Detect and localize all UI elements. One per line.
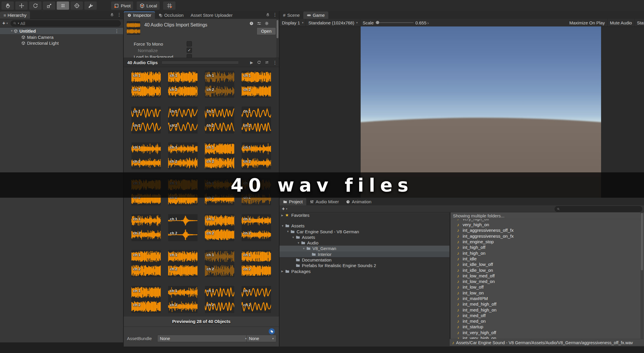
presets-icon[interactable] <box>257 21 261 26</box>
file-item-int_high_off[interactable]: ♪int_high_off <box>451 244 644 250</box>
file-item-int_med_high_off[interactable]: ♪int_med_high_off <box>451 301 644 307</box>
file-item-int_engine_stop[interactable]: ♪int_engine_stop <box>451 239 644 244</box>
rotate-tool-button[interactable] <box>29 1 41 10</box>
audio-clip-tile[interactable]: ch 1ch 2 <box>131 71 161 98</box>
file-item-int_idle_low_off[interactable]: ♪int_idle_low_off <box>451 262 644 267</box>
audio-clip-tile[interactable]: ch 1ch 2 <box>205 214 234 241</box>
asset-labels-button[interactable] <box>269 328 275 334</box>
add-object-caret-icon[interactable]: ▾ <box>6 22 8 25</box>
fold-arrow-icon[interactable]: ▼ <box>302 247 305 250</box>
fold-arrow-icon[interactable]: ▼ <box>287 230 289 233</box>
file-item-int_startup[interactable]: ♪int_startup <box>451 324 644 329</box>
display-dropdown[interactable]: Display 1 <box>282 20 300 25</box>
rect-tool-button[interactable] <box>57 1 69 10</box>
tree-item-car-engine-sound-v8-german[interactable]: ▼Car Engine Sound - V8 German <box>280 229 449 234</box>
audio-clip-tile[interactable]: ch 1ch 2 <box>205 71 234 98</box>
lock-icon[interactable] <box>110 13 114 17</box>
tree-item-audio[interactable]: ▼Audio <box>280 240 449 246</box>
file-item-very_high_on[interactable]: ♪very_high_on <box>451 222 644 227</box>
file-item-int_low_med_off[interactable]: ♪int_low_med_off <box>451 273 644 279</box>
file-item-int_very_high_off[interactable]: ♪int_very_high_off <box>451 330 644 335</box>
hand-tool-button[interactable] <box>1 1 14 10</box>
tree-item-favorites[interactable]: ▶★Favorites <box>280 212 449 218</box>
audio-clip-tile[interactable]: ch 1ch 2 <box>205 106 234 134</box>
audio-clip-tile[interactable]: ch 1ch 2 <box>242 286 271 313</box>
file-item-int_very_high_on[interactable]: ♪int_very_high_on <box>451 335 644 339</box>
scale-slider-knob[interactable] <box>376 21 379 24</box>
hierarchy-item-main-camera[interactable]: Main Camera <box>0 34 123 40</box>
local-toggle-button[interactable]: Local <box>137 1 160 10</box>
tree-item-packages[interactable]: ▶Packages <box>280 269 449 274</box>
fold-arrow-icon[interactable]: ▶ <box>281 270 283 273</box>
assetbundle-main-dropdown[interactable]: None ▾ <box>157 335 249 342</box>
tree-item-documentation[interactable]: Documentation <box>280 257 449 263</box>
audio-clip-tile[interactable]: ch 1ch 2 <box>168 286 198 313</box>
shuffle-icon[interactable] <box>265 60 269 64</box>
scrollbar-thumb[interactable] <box>641 213 643 270</box>
create-asset-caret-icon[interactable]: ▾ <box>286 207 287 210</box>
tab-audio-mixer[interactable]: Audio Mixer <box>306 198 342 205</box>
inspector-scrollbar[interactable] <box>276 19 279 58</box>
scene-row-untitled[interactable]: ▼ Untitled ⋮ <box>0 28 123 34</box>
fold-arrow-icon[interactable]: ▼ <box>281 224 284 227</box>
lock-icon[interactable] <box>266 13 270 17</box>
file-item-int_maxRPM[interactable]: ♪int_maxRPM <box>451 296 644 301</box>
fold-arrow-icon[interactable]: ▶ <box>281 214 283 217</box>
preview-scrubber[interactable] <box>162 61 238 64</box>
audio-clip-tile[interactable]: ch 1ch 2 <box>131 214 161 241</box>
audio-clip-tile[interactable]: ch 1ch 2 <box>168 142 198 169</box>
audio-clip-tile[interactable]: ch 1ch 2 <box>205 286 234 313</box>
audio-clip-tile[interactable]: ch 1ch 2 <box>168 71 198 98</box>
file-item-int_idle[interactable]: ♪int_idle <box>451 256 644 262</box>
pivot-toggle-button[interactable]: Pivot <box>111 1 133 10</box>
move-tool-button[interactable] <box>15 1 28 10</box>
gear-icon[interactable] <box>265 21 269 26</box>
tab-animation[interactable]: Animation <box>342 198 375 205</box>
audio-clip-tile[interactable]: ch 1ch 2 <box>242 106 271 134</box>
tab-project[interactable]: Project <box>280 198 306 205</box>
tree-item-prefabs-for-realistic-engine-sounds-2[interactable]: Prefabs for Realistic Engine Sounds 2 <box>280 263 449 268</box>
audio-clip-tile[interactable]: ch 1ch 2 <box>242 250 271 277</box>
checkbox[interactable]: ✓ <box>187 48 192 53</box>
create-asset-button[interactable]: + <box>282 206 285 212</box>
assetbundle-variant-dropdown[interactable]: None ▾ <box>246 335 276 342</box>
file-item-int_low_on[interactable]: ♪int_low_on <box>451 290 644 296</box>
tab-occlusion[interactable]: Occlusion <box>155 11 187 19</box>
audio-clip-tile[interactable]: ch 1ch 2 <box>205 250 234 277</box>
checkbox[interactable] <box>187 41 192 46</box>
scale-tool-button[interactable] <box>43 1 55 10</box>
zoom-chevron[interactable]: › <box>427 20 429 25</box>
file-item-int_idle_low_on[interactable]: ♪int_idle_low_on <box>451 267 644 273</box>
kebab-menu-icon[interactable]: ⋮ <box>273 12 277 17</box>
file-item-int_low_off[interactable]: ♪int_low_off <box>451 284 644 290</box>
audio-clip-tile[interactable]: ch 1ch 2 <box>131 142 161 169</box>
project-search-input[interactable] <box>555 206 642 212</box>
tree-item-assets[interactable]: ▼Assets <box>280 223 449 229</box>
help-icon[interactable]: ? <box>249 21 254 26</box>
file-item-int_med_off[interactable]: ♪int_med_off <box>451 313 644 318</box>
audio-clip-tile[interactable]: ch 1ch 2 <box>168 214 198 241</box>
tab-scene[interactable]: # Scene <box>280 11 303 19</box>
scale-slider[interactable] <box>375 22 414 23</box>
fold-arrow-icon[interactable]: ▼ <box>10 29 14 32</box>
file-item-int_low_med_on[interactable]: ♪int_low_med_on <box>451 279 644 284</box>
kebab-menu-icon[interactable]: ⋮ <box>273 60 277 65</box>
file-item-int_high_on[interactable]: ♪int_high_on <box>451 250 644 256</box>
hierarchy-search-input[interactable]: ▾ All <box>11 20 121 26</box>
tree-item-v8-german[interactable]: ▼V8_German <box>280 246 449 251</box>
audio-clip-tile[interactable]: ch 1ch 2 <box>168 250 198 277</box>
maximize-on-play-button[interactable]: Maximize On Play <box>569 20 605 25</box>
grid-snap-button[interactable] <box>163 1 175 10</box>
audio-clip-tile[interactable]: ch 1ch 2 <box>131 106 161 134</box>
hierarchy-item-directional-light[interactable]: Directional Light <box>0 40 123 46</box>
scrollbar-thumb[interactable] <box>277 20 278 38</box>
tab-hierarchy[interactable]: ≡ Hierarchy <box>0 11 30 19</box>
audio-clip-tile[interactable]: ch 1ch 2 <box>242 71 271 98</box>
file-item-very_high_off[interactable]: ♪very_high_off <box>451 219 644 222</box>
tree-item-assets[interactable]: ▼Assets <box>280 234 449 240</box>
tab-asset-store-uploader[interactable]: Asset Store Uploader <box>187 11 236 19</box>
file-item-int_aggressiveness_on_fx[interactable]: ♪int_aggressiveness_on_fx <box>451 233 644 239</box>
audio-clip-tile[interactable]: ch 1ch 2 <box>242 142 271 169</box>
file-list-scrollbar[interactable] <box>640 212 643 339</box>
scene-kebab-icon[interactable]: ⋮ <box>115 29 119 33</box>
